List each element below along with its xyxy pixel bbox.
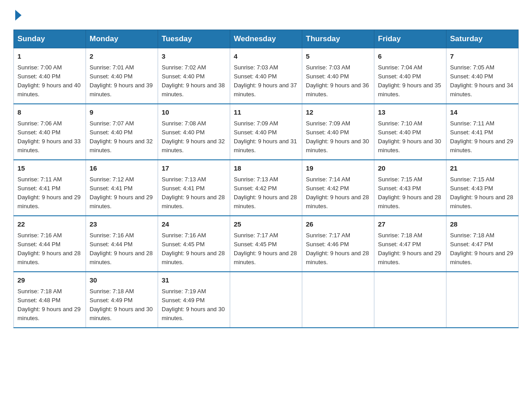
calendar-week-row: 29 Sunrise: 7:18 AMSunset: 4:48 PMDaylig… — [14, 272, 519, 328]
calendar-cell — [302, 272, 374, 328]
day-number: 19 — [306, 163, 370, 174]
calendar-cell: 27 Sunrise: 7:18 AMSunset: 4:47 PMDaylig… — [374, 216, 446, 272]
day-number: 15 — [17, 163, 82, 174]
weekday-header-thursday: Thursday — [302, 30, 374, 48]
calendar-cell: 9 Sunrise: 7:07 AMSunset: 4:40 PMDayligh… — [86, 104, 158, 160]
calendar-cell: 29 Sunrise: 7:18 AMSunset: 4:48 PMDaylig… — [14, 272, 86, 328]
day-number: 12 — [306, 107, 370, 118]
day-info: Sunrise: 7:08 AMSunset: 4:40 PMDaylight:… — [162, 120, 225, 154]
day-number: 30 — [90, 275, 154, 286]
day-info: Sunrise: 7:16 AMSunset: 4:44 PMDaylight:… — [90, 232, 153, 265]
calendar-cell: 1 Sunrise: 7:00 AMSunset: 4:40 PMDayligh… — [14, 48, 86, 104]
day-number: 29 — [17, 275, 82, 286]
day-info: Sunrise: 7:13 AMSunset: 4:42 PMDaylight:… — [234, 176, 297, 210]
calendar-cell: 2 Sunrise: 7:01 AMSunset: 4:40 PMDayligh… — [86, 48, 158, 104]
day-number: 3 — [162, 51, 226, 62]
day-info: Sunrise: 7:16 AMSunset: 4:44 PMDaylight:… — [17, 232, 81, 265]
day-number: 18 — [234, 163, 298, 174]
day-info: Sunrise: 7:18 AMSunset: 4:49 PMDaylight:… — [90, 288, 153, 321]
calendar-cell: 17 Sunrise: 7:13 AMSunset: 4:41 PMDaylig… — [158, 160, 230, 216]
day-info: Sunrise: 7:18 AMSunset: 4:47 PMDaylight:… — [378, 232, 441, 265]
day-number: 26 — [306, 219, 370, 230]
calendar-cell: 16 Sunrise: 7:12 AMSunset: 4:41 PMDaylig… — [86, 160, 158, 216]
day-number: 6 — [378, 51, 442, 62]
calendar-cell: 18 Sunrise: 7:13 AMSunset: 4:42 PMDaylig… — [230, 160, 302, 216]
calendar-cell: 12 Sunrise: 7:09 AMSunset: 4:40 PMDaylig… — [302, 104, 374, 160]
calendar-cell — [446, 272, 519, 328]
day-number: 4 — [234, 51, 298, 62]
day-number: 17 — [162, 163, 226, 174]
day-info: Sunrise: 7:15 AMSunset: 4:43 PMDaylight:… — [450, 176, 513, 210]
day-info: Sunrise: 7:03 AMSunset: 4:40 PMDaylight:… — [306, 64, 369, 98]
calendar-cell: 10 Sunrise: 7:08 AMSunset: 4:40 PMDaylig… — [158, 104, 230, 160]
calendar-cell: 25 Sunrise: 7:17 AMSunset: 4:45 PMDaylig… — [230, 216, 302, 272]
day-info: Sunrise: 7:03 AMSunset: 4:40 PMDaylight:… — [234, 64, 297, 98]
day-info: Sunrise: 7:14 AMSunset: 4:42 PMDaylight:… — [306, 176, 369, 210]
day-info: Sunrise: 7:18 AMSunset: 4:48 PMDaylight:… — [17, 288, 81, 321]
logo-arrow-icon — [15, 10, 21, 21]
weekday-header-tuesday: Tuesday — [158, 30, 230, 48]
day-info: Sunrise: 7:02 AMSunset: 4:40 PMDaylight:… — [162, 64, 225, 98]
day-number: 10 — [162, 107, 226, 118]
day-info: Sunrise: 7:12 AMSunset: 4:41 PMDaylight:… — [90, 176, 153, 210]
day-info: Sunrise: 7:17 AMSunset: 4:45 PMDaylight:… — [234, 232, 297, 265]
day-number: 25 — [234, 219, 298, 230]
logo — [13, 9, 21, 21]
weekday-header-monday: Monday — [86, 30, 158, 48]
calendar-cell: 8 Sunrise: 7:06 AMSunset: 4:40 PMDayligh… — [14, 104, 86, 160]
day-info: Sunrise: 7:15 AMSunset: 4:43 PMDaylight:… — [378, 176, 441, 210]
weekday-header-saturday: Saturday — [446, 30, 519, 48]
calendar-cell: 23 Sunrise: 7:16 AMSunset: 4:44 PMDaylig… — [86, 216, 158, 272]
calendar-cell: 30 Sunrise: 7:18 AMSunset: 4:49 PMDaylig… — [86, 272, 158, 328]
calendar-cell: 24 Sunrise: 7:16 AMSunset: 4:45 PMDaylig… — [158, 216, 230, 272]
weekday-header-friday: Friday — [374, 30, 446, 48]
calendar-cell — [230, 272, 302, 328]
day-info: Sunrise: 7:11 AMSunset: 4:41 PMDaylight:… — [450, 120, 513, 154]
calendar-cell: 7 Sunrise: 7:05 AMSunset: 4:40 PMDayligh… — [446, 48, 519, 104]
day-number: 5 — [306, 51, 370, 62]
calendar-cell: 21 Sunrise: 7:15 AMSunset: 4:43 PMDaylig… — [446, 160, 519, 216]
day-info: Sunrise: 7:09 AMSunset: 4:40 PMDaylight:… — [234, 120, 297, 154]
day-number: 23 — [90, 219, 154, 230]
weekday-header-sunday: Sunday — [14, 30, 86, 48]
calendar-cell: 6 Sunrise: 7:04 AMSunset: 4:40 PMDayligh… — [374, 48, 446, 104]
day-info: Sunrise: 7:09 AMSunset: 4:40 PMDaylight:… — [306, 120, 369, 154]
calendar-week-row: 8 Sunrise: 7:06 AMSunset: 4:40 PMDayligh… — [14, 104, 519, 160]
calendar-week-row: 15 Sunrise: 7:11 AMSunset: 4:41 PMDaylig… — [14, 160, 519, 216]
day-info: Sunrise: 7:06 AMSunset: 4:40 PMDaylight:… — [17, 120, 81, 154]
calendar-cell: 11 Sunrise: 7:09 AMSunset: 4:40 PMDaylig… — [230, 104, 302, 160]
calendar-cell: 20 Sunrise: 7:15 AMSunset: 4:43 PMDaylig… — [374, 160, 446, 216]
day-number: 14 — [450, 107, 515, 118]
calendar-week-row: 22 Sunrise: 7:16 AMSunset: 4:44 PMDaylig… — [14, 216, 519, 272]
calendar-week-row: 1 Sunrise: 7:00 AMSunset: 4:40 PMDayligh… — [14, 48, 519, 104]
day-number: 13 — [378, 107, 442, 118]
calendar-cell: 31 Sunrise: 7:19 AMSunset: 4:49 PMDaylig… — [158, 272, 230, 328]
calendar-cell: 14 Sunrise: 7:11 AMSunset: 4:41 PMDaylig… — [446, 104, 519, 160]
day-number: 22 — [17, 219, 82, 230]
day-info: Sunrise: 7:10 AMSunset: 4:40 PMDaylight:… — [378, 120, 441, 154]
day-number: 1 — [17, 51, 82, 62]
day-number: 16 — [90, 163, 154, 174]
calendar-cell: 19 Sunrise: 7:14 AMSunset: 4:42 PMDaylig… — [302, 160, 374, 216]
calendar-table: SundayMondayTuesdayWednesdayThursdayFrid… — [13, 30, 519, 328]
day-number: 7 — [450, 51, 515, 62]
calendar-cell: 3 Sunrise: 7:02 AMSunset: 4:40 PMDayligh… — [158, 48, 230, 104]
day-info: Sunrise: 7:13 AMSunset: 4:41 PMDaylight:… — [162, 176, 225, 210]
day-number: 27 — [378, 219, 442, 230]
calendar-cell: 26 Sunrise: 7:17 AMSunset: 4:46 PMDaylig… — [302, 216, 374, 272]
day-info: Sunrise: 7:16 AMSunset: 4:45 PMDaylight:… — [162, 232, 225, 265]
calendar-cell — [374, 272, 446, 328]
day-info: Sunrise: 7:05 AMSunset: 4:40 PMDaylight:… — [450, 64, 513, 98]
weekday-header-wednesday: Wednesday — [230, 30, 302, 48]
day-info: Sunrise: 7:07 AMSunset: 4:40 PMDaylight:… — [90, 120, 153, 154]
calendar-cell: 13 Sunrise: 7:10 AMSunset: 4:40 PMDaylig… — [374, 104, 446, 160]
day-number: 9 — [90, 107, 154, 118]
page-header — [13, 9, 519, 21]
day-info: Sunrise: 7:11 AMSunset: 4:41 PMDaylight:… — [17, 176, 81, 210]
day-number: 8 — [17, 107, 82, 118]
day-info: Sunrise: 7:00 AMSunset: 4:40 PMDaylight:… — [17, 64, 81, 98]
day-info: Sunrise: 7:19 AMSunset: 4:49 PMDaylight:… — [162, 288, 225, 321]
day-number: 11 — [234, 107, 298, 118]
day-number: 20 — [378, 163, 442, 174]
day-info: Sunrise: 7:17 AMSunset: 4:46 PMDaylight:… — [306, 232, 369, 265]
